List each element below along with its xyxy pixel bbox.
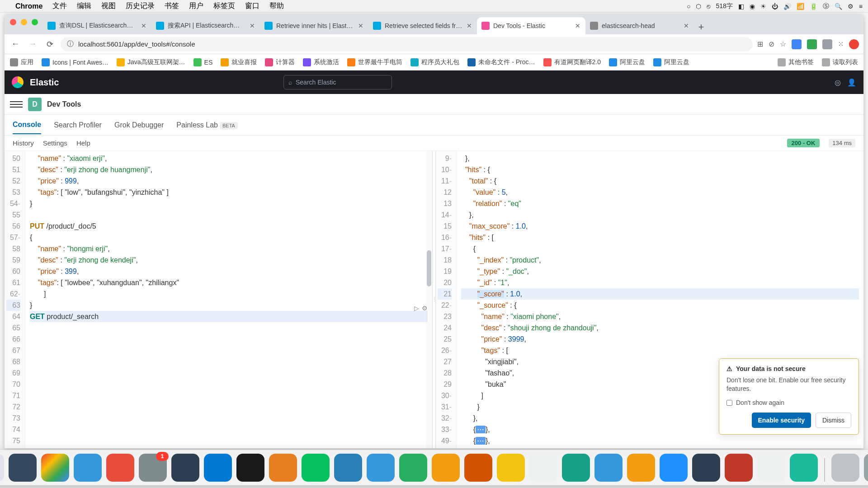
menu-edit[interactable]: 编辑 — [77, 1, 91, 11]
menubar-status-icon[interactable]: ◉ — [750, 3, 755, 10]
dock-app-icon[interactable] — [0, 454, 4, 482]
tab-close-icon[interactable]: ✕ — [141, 22, 147, 29]
request-editor[interactable]: 50 51 52 53 54-55 56 57-58 59 60 61 62-6… — [5, 151, 432, 448]
devtools-tab[interactable]: Console — [13, 116, 41, 134]
menubar-status-icon[interactable]: ⎋ — [707, 3, 710, 10]
dock-app-icon[interactable] — [790, 454, 818, 482]
browser-tab[interactable]: Retrieve selected fields from a… ✕ — [368, 17, 477, 34]
install-app-icon[interactable]: ⊞ — [757, 40, 763, 48]
browser-tab[interactable]: 搜索API | Elasticsearch指南7… ✕ — [151, 17, 260, 34]
tab-close-icon[interactable]: ✕ — [575, 22, 581, 29]
dock-app-icon[interactable] — [864, 454, 868, 482]
bookmark-item[interactable]: 有道网页翻译2.0 — [543, 58, 601, 66]
bookmark-item[interactable]: 世界最牛手电筒 — [347, 58, 402, 66]
dock-app-icon[interactable] — [529, 454, 557, 482]
scrollbar-thumb[interactable] — [427, 250, 431, 286]
forward-button[interactable]: → — [26, 39, 39, 49]
menu-tabs[interactable]: 标签页 — [213, 1, 235, 11]
dock-app-icon[interactable] — [725, 454, 753, 482]
close-window-button[interactable] — [10, 19, 16, 25]
tab-close-icon[interactable]: ✕ — [683, 22, 689, 29]
extension-icon[interactable] — [807, 39, 817, 49]
menubar-status-icon[interactable]: 🔍 — [835, 3, 842, 10]
browser-tab[interactable]: Dev Tools - Elastic ✕ — [477, 17, 585, 34]
translate-icon[interactable]: ⊘ — [769, 40, 774, 48]
profile-avatar[interactable] — [849, 39, 859, 49]
menubar-status-icon[interactable]: 518字 — [716, 2, 732, 10]
newsfeed-icon[interactable]: ◎ — [835, 78, 841, 87]
history-link[interactable]: History — [13, 139, 34, 147]
bookmark-item[interactable]: 计算器 — [265, 58, 295, 66]
elastic-search-input[interactable]: ⌕ Search Elastic — [283, 75, 392, 89]
settings-link[interactable]: Settings — [43, 139, 67, 147]
dock-app-icon[interactable] — [432, 454, 460, 482]
dont-show-again-checkbox[interactable]: Don't show again — [726, 399, 851, 406]
dock-app-icon[interactable] — [106, 454, 134, 482]
dock-app-icon[interactable] — [660, 454, 688, 482]
dock-app-icon[interactable] — [139, 454, 167, 482]
app-name[interactable]: Chrome — [15, 2, 42, 10]
dock-app-icon[interactable] — [334, 454, 362, 482]
split-handle[interactable]: ⋮ — [432, 151, 436, 448]
dock-app-icon[interactable] — [594, 454, 623, 482]
dock-app-icon[interactable] — [74, 454, 102, 482]
bookmark-item[interactable]: 阿里云盘 — [609, 58, 645, 66]
tab-close-icon[interactable]: ✕ — [249, 22, 255, 29]
bookmark-star-icon[interactable]: ☆ — [780, 40, 786, 48]
menubar-status-icon[interactable]: ◧ — [738, 3, 744, 10]
new-tab-button[interactable]: + — [694, 20, 708, 34]
bookmark-item[interactable]: 未命名文件 - Proc… — [467, 58, 535, 66]
browser-tab[interactable]: 查询DSL | Elasticsearch指南… ✕ — [43, 17, 151, 34]
back-button[interactable]: ← — [9, 39, 22, 49]
extension-icon[interactable] — [822, 39, 832, 49]
apps-shortcut[interactable]: 应用 — [10, 58, 33, 66]
devtools-tab[interactable]: Grok Debugger — [114, 117, 164, 134]
dock-app-icon[interactable] — [367, 454, 395, 482]
menu-user[interactable]: 用户 — [189, 1, 203, 11]
menu-window[interactable]: 窗口 — [245, 1, 259, 11]
help-icon[interactable]: 👤 — [847, 78, 856, 87]
browser-tab[interactable]: elasticsearch-head ✕ — [585, 17, 694, 34]
devtools-tab[interactable]: Painless LabBETA — [176, 117, 238, 134]
extension-icon[interactable] — [792, 39, 802, 49]
maximize-window-button[interactable] — [32, 19, 38, 25]
menubar-status-icon[interactable]: ☀ — [760, 3, 766, 10]
bookmark-item[interactable]: 系统激活 — [303, 58, 339, 66]
bookmark-item[interactable]: Java高级互联网架… — [117, 58, 185, 66]
menu-history[interactable]: 历史记录 — [126, 1, 155, 11]
menubar-status-icon[interactable]: Ⓢ — [823, 2, 829, 10]
dock-app-icon[interactable] — [171, 454, 199, 482]
menubar-status-icon[interactable]: ≡ — [859, 3, 863, 10]
dock-app-icon[interactable] — [302, 454, 330, 482]
site-info-icon[interactable]: ⓘ — [67, 40, 74, 48]
bookmark-item[interactable]: Icons | Font Awes… — [42, 58, 108, 66]
dock-app-icon[interactable] — [562, 454, 590, 482]
dock-app-icon[interactable] — [41, 454, 69, 482]
dock-app-icon[interactable] — [497, 454, 525, 482]
help-link[interactable]: Help — [76, 139, 90, 147]
devtools-tab[interactable]: Search Profiler — [54, 117, 102, 134]
menu-help[interactable]: 帮助 — [269, 1, 284, 11]
bookmark-item[interactable]: 就业喜报 — [221, 58, 257, 66]
reload-button[interactable]: ⟳ — [43, 39, 56, 49]
bookmark-item[interactable]: ES — [193, 58, 213, 66]
elastic-logo-icon[interactable] — [12, 76, 24, 88]
menubar-status-icon[interactable]: 🔊 — [783, 3, 791, 10]
dismiss-button[interactable]: Dismiss — [816, 413, 851, 428]
nav-toggle-button[interactable] — [10, 98, 23, 111]
bookmark-item[interactable]: 阿里云盘 — [653, 58, 689, 66]
enable-security-button[interactable]: Enable security — [752, 413, 811, 428]
extensions-puzzle-icon[interactable]: ⁙ — [838, 40, 844, 48]
bookmark-folder[interactable]: 读取列表 — [822, 58, 858, 66]
dock-app-icon[interactable] — [831, 454, 859, 482]
menubar-status-icon[interactable]: 📶 — [797, 3, 804, 10]
browser-tab[interactable]: Retrieve inner hits | Elasticse… ✕ — [260, 17, 368, 34]
checkbox-input[interactable] — [726, 400, 732, 406]
bookmark-item[interactable]: 程序员大礼包 — [410, 58, 459, 66]
menu-file[interactable]: 文件 — [52, 1, 67, 11]
menubar-status-icon[interactable]: 🔋 — [810, 3, 817, 10]
dock-app-icon[interactable] — [627, 454, 655, 482]
dock-app-icon[interactable] — [757, 454, 785, 482]
address-bar[interactable]: ⓘ localhost:5601/app/dev_tools#/console — [61, 37, 753, 52]
minimize-window-button[interactable] — [21, 19, 27, 25]
